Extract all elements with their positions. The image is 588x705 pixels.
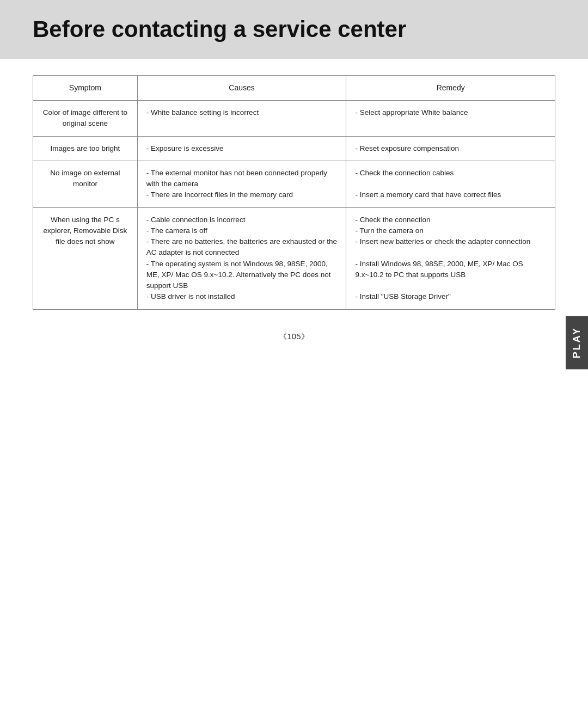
col-symptom: Symptom: [33, 76, 138, 101]
symptom-cell: When using the PC s explorer, Removable …: [33, 207, 138, 309]
table-row: Color of image different to original sce…: [33, 101, 555, 137]
table-header-row: Symptom Causes Remedy: [33, 76, 555, 101]
troubleshoot-table: Symptom Causes Remedy Color of image dif…: [33, 75, 555, 310]
remedy-cell: - Check the connection - Turn the camera…: [346, 207, 555, 309]
table-row: No image on external monitor- The extern…: [33, 161, 555, 207]
causes-cell: - Cable connection is incorrect - The ca…: [137, 207, 346, 309]
page-number: 《105》: [279, 332, 309, 341]
causes-cell: - The external monitor has not been conn…: [137, 161, 346, 207]
page-title: Before contacting a service center: [33, 16, 555, 42]
causes-cell: - Exposure is excessive: [137, 136, 346, 161]
page-header: Before contacting a service center: [0, 0, 588, 59]
col-causes: Causes: [137, 76, 346, 101]
table-row: Images are too bright- Exposure is exces…: [33, 136, 555, 161]
remedy-cell: - Select appropriate White balance: [346, 101, 555, 137]
page-footer: 《105》: [0, 332, 588, 342]
causes-cell: - White balance setting is incorrect: [137, 101, 346, 137]
col-remedy: Remedy: [346, 76, 555, 101]
table-row: When using the PC s explorer, Removable …: [33, 207, 555, 309]
symptom-cell: Images are too bright: [33, 136, 138, 161]
symptom-cell: No image on external monitor: [33, 161, 138, 207]
play-tab: PLAY: [566, 316, 588, 369]
remedy-cell: - Reset exposure compensation: [346, 136, 555, 161]
symptom-cell: Color of image different to original sce…: [33, 101, 138, 137]
main-content: Symptom Causes Remedy Color of image dif…: [0, 75, 588, 310]
remedy-cell: - Check the connection cables - Insert a…: [346, 161, 555, 207]
